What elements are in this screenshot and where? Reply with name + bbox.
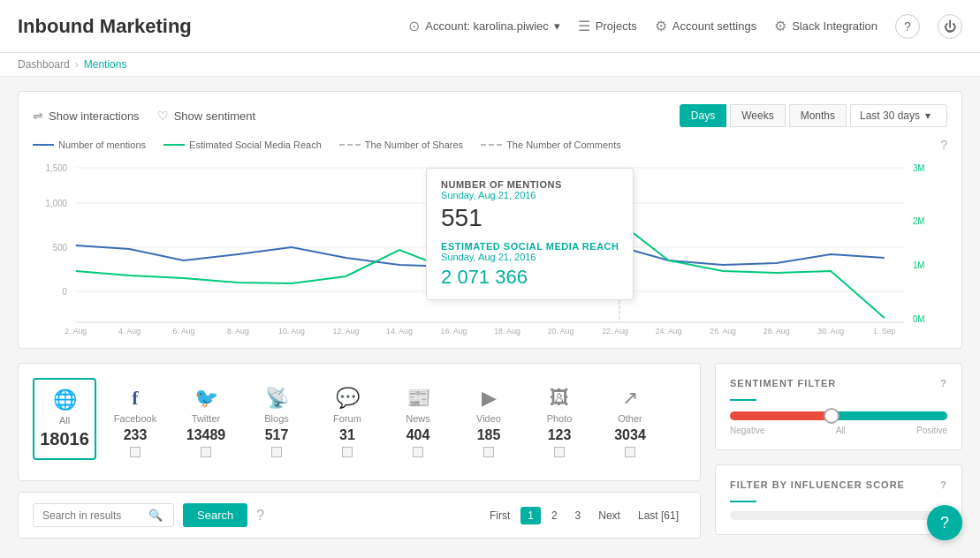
sentiment-help-icon[interactable]: ? bbox=[940, 378, 947, 388]
source-count-news: 404 bbox=[406, 427, 430, 443]
sentiment-title: SENTIMENT FILTER ? bbox=[730, 378, 947, 388]
interactions-icon: ⇌ bbox=[33, 109, 43, 123]
slack-menu[interactable]: ⚙ Slack Integration bbox=[774, 18, 877, 34]
search-help-icon[interactable]: ? bbox=[256, 508, 264, 524]
search-input-wrap: 🔍 bbox=[33, 503, 174, 527]
all-label: All bbox=[836, 426, 846, 435]
influencer-help-icon[interactable]: ? bbox=[940, 479, 947, 490]
header-nav: ⊙ Account: karolina.piwiec ▾ ☰ Projects … bbox=[408, 14, 962, 39]
svg-text:26. Aug: 26. Aug bbox=[710, 327, 736, 336]
svg-text:3M: 3M bbox=[913, 163, 925, 173]
next-page-button[interactable]: Next bbox=[591, 507, 627, 524]
source-item-news[interactable]: 📰News404 bbox=[386, 378, 450, 466]
help-bubble-button[interactable]: ? bbox=[927, 505, 962, 540]
show-interactions-button[interactable]: ⇌ Show interactions bbox=[33, 109, 140, 123]
dropdown-arrow-icon: ▾ bbox=[925, 109, 931, 122]
weeks-button[interactable]: Weeks bbox=[730, 104, 785, 127]
source-checkbox-video[interactable] bbox=[483, 447, 494, 457]
source-item-twitter[interactable]: 🐦Twitter13489 bbox=[174, 378, 238, 466]
search-button[interactable]: Search bbox=[183, 503, 247, 527]
account-label: Account: karolina.piwiec bbox=[425, 19, 548, 33]
svg-text:2. Aug: 2. Aug bbox=[65, 327, 87, 336]
show-sentiment-button[interactable]: ♡ Show sentiment bbox=[157, 109, 256, 123]
page-3-button[interactable]: 3 bbox=[568, 507, 589, 524]
svg-text:1,000: 1,000 bbox=[46, 199, 68, 208]
influencer-slider[interactable] bbox=[730, 511, 947, 520]
svg-text:1,500: 1,500 bbox=[46, 163, 68, 173]
source-item-forum[interactable]: 💬Forum31 bbox=[315, 378, 379, 466]
source-checkbox-other[interactable] bbox=[625, 447, 635, 457]
power-button[interactable]: ⏻ bbox=[938, 14, 962, 39]
source-count-facebook: 233 bbox=[124, 427, 148, 443]
source-item-photo[interactable]: 🖼Photo123 bbox=[528, 378, 591, 466]
influencer-title: FILTER BY INFLUENCER SCORE ? bbox=[730, 479, 947, 490]
source-checkbox-news[interactable] bbox=[413, 447, 423, 457]
sentiment-slider-thumb[interactable] bbox=[824, 408, 839, 424]
source-icon-forum: 💬 bbox=[336, 387, 360, 410]
source-item-video[interactable]: ▶Video185 bbox=[457, 378, 520, 466]
projects-menu[interactable]: ☰ Projects bbox=[578, 18, 637, 34]
power-icon: ⏻ bbox=[944, 19, 956, 34]
sentiment-bar[interactable] bbox=[730, 411, 947, 420]
svg-text:8. Aug: 8. Aug bbox=[227, 327, 249, 336]
breadcrumb-home[interactable]: Dashboard bbox=[18, 58, 70, 71]
source-count-twitter: 13489 bbox=[186, 427, 226, 443]
settings-menu[interactable]: ⚙ Account settings bbox=[655, 18, 756, 34]
source-icon-all: 🌐 bbox=[53, 388, 77, 411]
search-input[interactable] bbox=[42, 509, 148, 522]
source-label-twitter: Twitter bbox=[192, 413, 220, 424]
days-button[interactable]: Days bbox=[680, 104, 726, 127]
svg-text:12. Aug: 12. Aug bbox=[333, 327, 360, 336]
sentiment-underline bbox=[730, 399, 756, 401]
source-icon-facebook: f bbox=[132, 387, 138, 410]
sentiment-icon: ♡ bbox=[157, 109, 169, 123]
svg-text:22. Aug: 22. Aug bbox=[602, 327, 628, 336]
chart-controls: ⇌ Show interactions ♡ Show sentiment Day… bbox=[33, 104, 947, 127]
source-label-video: Video bbox=[476, 413, 501, 424]
slack-icon: ⚙ bbox=[774, 18, 786, 34]
svg-text:4. Aug: 4. Aug bbox=[118, 327, 141, 336]
svg-text:14. Aug: 14. Aug bbox=[386, 327, 413, 336]
source-item-facebook[interactable]: fFacebook233 bbox=[103, 378, 167, 466]
help-button[interactable]: ? bbox=[895, 14, 920, 39]
svg-text:30. Aug: 30. Aug bbox=[817, 327, 844, 336]
chart-help-icon[interactable]: ? bbox=[940, 138, 947, 152]
chart-tooltip: NUMBER OF MENTIONS Sunday, Aug 21, 2016 … bbox=[426, 168, 634, 300]
source-card: 🌐All18016fFacebook233🐦Twitter13489📡Blogs… bbox=[18, 363, 701, 481]
negative-label: Negative bbox=[730, 426, 764, 435]
help-bubble-icon: ? bbox=[940, 514, 949, 532]
source-icon-news: 📰 bbox=[406, 387, 430, 410]
page-2-button[interactable]: 2 bbox=[544, 507, 565, 524]
date-range-dropdown[interactable]: Last 30 days ▾ bbox=[850, 104, 947, 127]
source-checkbox-blogs[interactable] bbox=[271, 447, 282, 457]
account-menu[interactable]: ⊙ Account: karolina.piwiec ▾ bbox=[408, 18, 559, 34]
source-item-all[interactable]: 🌐All18016 bbox=[33, 378, 96, 460]
source-checkbox-photo[interactable] bbox=[554, 447, 565, 457]
source-checkbox-forum[interactable] bbox=[342, 447, 353, 457]
svg-text:20. Aug: 20. Aug bbox=[548, 327, 574, 336]
chart-legend: Number of mentions Estimated Social Medi… bbox=[33, 138, 947, 152]
page-1-button[interactable]: 1 bbox=[520, 507, 541, 524]
last-page-button[interactable]: Last [61] bbox=[631, 507, 686, 524]
source-count-photo: 123 bbox=[548, 427, 572, 443]
legend-reach-label: Estimated Social Media Reach bbox=[189, 140, 322, 150]
breadcrumb-separator: › bbox=[75, 58, 79, 71]
source-icon-photo: 🖼 bbox=[550, 387, 569, 410]
influencer-slider-row bbox=[730, 511, 947, 520]
first-page-button[interactable]: First bbox=[482, 507, 517, 524]
breadcrumb-current: Mentions bbox=[84, 58, 127, 71]
sentiment-bar-positive bbox=[828, 411, 947, 420]
source-checkbox-facebook[interactable] bbox=[130, 447, 141, 457]
main-content: ⇌ Show interactions ♡ Show sentiment Day… bbox=[0, 77, 980, 553]
source-item-blogs[interactable]: 📡Blogs517 bbox=[245, 378, 308, 466]
breadcrumb: Dashboard › Mentions bbox=[0, 53, 980, 77]
sentiment-labels: Negative All Positive bbox=[730, 426, 947, 435]
source-item-other[interactable]: ↗Other3034 bbox=[598, 378, 662, 466]
bottom-section: 🌐All18016fFacebook233🐦Twitter13489📡Blogs… bbox=[18, 363, 962, 539]
source-checkbox-twitter[interactable] bbox=[201, 447, 211, 457]
months-button[interactable]: Months bbox=[789, 104, 847, 127]
source-label-facebook: Facebook bbox=[114, 413, 156, 424]
tooltip-value1: 551 bbox=[441, 204, 619, 232]
influencer-filter-card: FILTER BY INFLUENCER SCORE ? bbox=[715, 464, 962, 535]
source-icon-blogs: 📡 bbox=[265, 387, 289, 410]
